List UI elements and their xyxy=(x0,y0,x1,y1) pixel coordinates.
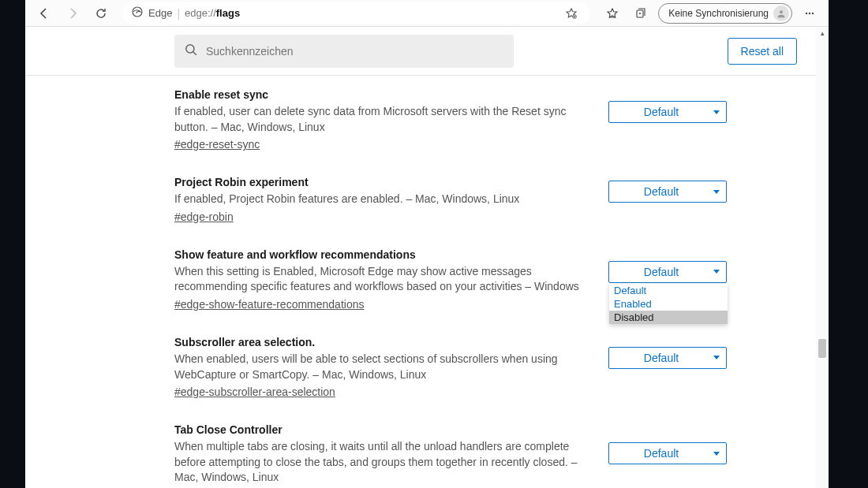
flag-title: Subscroller area selection. xyxy=(174,336,593,348)
vertical-scrollbar[interactable]: ▴ xyxy=(816,27,829,488)
browser-toolbar: Edge | edge://flags Keine Synchronisieru… xyxy=(25,0,829,27)
flag-row: Project Robin experiment If enabled, Pro… xyxy=(174,163,797,236)
flag-row: Show feature and workflow recommendation… xyxy=(174,236,797,323)
profile-avatar-icon xyxy=(773,6,789,21)
flag-text: Subscroller area selection. When enabled… xyxy=(174,336,593,398)
flag-anchor-link[interactable]: #edge-reset-sync xyxy=(174,138,260,151)
flag-text: Enable reset sync If enabled, user can d… xyxy=(174,88,593,151)
dropdown-option[interactable]: Disabled xyxy=(609,311,728,324)
flag-select[interactable]: Default xyxy=(608,181,727,203)
flags-content: Enable reset sync If enabled, user can d… xyxy=(25,76,829,488)
flag-select[interactable]: Default xyxy=(608,101,727,123)
scroll-up-button[interactable]: ▴ xyxy=(816,27,829,39)
browser-window: Edge | edge://flags Keine Synchronisieru… xyxy=(25,0,829,488)
svg-point-5 xyxy=(809,12,810,13)
dropdown-option[interactable]: Enabled xyxy=(609,297,728,311)
search-box[interactable] xyxy=(174,35,514,68)
sync-label: Keine Synchronisierung xyxy=(668,8,769,19)
flag-title: Show feature and workflow recommendation… xyxy=(174,248,593,261)
forward-button xyxy=(62,2,84,24)
reload-button[interactable] xyxy=(90,2,112,24)
search-input[interactable] xyxy=(206,45,504,58)
select-value: Default xyxy=(609,106,713,118)
flag-select-dropdown: Default Enabled Disabled xyxy=(609,284,728,324)
flag-desc: If enabled, Project Robin features are e… xyxy=(174,192,593,207)
flag-anchor-link[interactable]: #edge-subscroller-area-selection xyxy=(174,386,335,398)
flag-text: Project Robin experiment If enabled, Pro… xyxy=(174,176,593,223)
collections-button[interactable] xyxy=(630,2,652,24)
flag-text: Show feature and workflow recommendation… xyxy=(174,248,593,311)
flag-title: Enable reset sync xyxy=(174,88,593,101)
flag-row: Tab Close Controller When multiple tabs … xyxy=(174,411,797,488)
select-value: Default xyxy=(609,185,713,198)
more-button[interactable] xyxy=(799,2,821,24)
chevron-down-icon xyxy=(713,270,720,274)
flag-title: Tab Close Controller xyxy=(174,423,593,436)
svg-point-4 xyxy=(806,12,807,13)
flag-desc: If enabled, user can delete sync data fr… xyxy=(174,104,593,135)
flag-anchor-link[interactable]: #edge-robin xyxy=(174,210,234,223)
edge-logo-icon xyxy=(131,6,144,20)
svg-point-3 xyxy=(780,10,783,13)
flag-select[interactable]: Default Default Enabled Disabled xyxy=(608,261,727,283)
flag-row: Subscroller area selection. When enabled… xyxy=(174,323,797,411)
favorites-button[interactable] xyxy=(601,2,623,24)
address-bar[interactable]: Edge | edge://flags xyxy=(123,2,590,24)
select-value: Default xyxy=(609,447,713,460)
back-button[interactable] xyxy=(33,2,55,24)
svg-point-6 xyxy=(812,12,814,13)
flag-anchor-link[interactable]: #edge-show-feature-recommendations xyxy=(174,298,364,311)
scroll-thumb[interactable] xyxy=(818,339,826,358)
chevron-down-icon xyxy=(713,452,720,456)
flag-select[interactable]: Default xyxy=(608,347,727,369)
dropdown-option[interactable]: Default xyxy=(609,284,728,297)
flag-text: Tab Close Controller When multiple tabs … xyxy=(174,423,593,488)
select-value: Default xyxy=(609,266,713,278)
search-icon xyxy=(184,43,198,59)
select-value: Default xyxy=(609,352,713,364)
chevron-down-icon xyxy=(713,356,720,359)
flag-select[interactable]: Default xyxy=(608,442,727,464)
addr-browser-label: Edge xyxy=(148,7,172,19)
flag-title: Project Robin experiment xyxy=(174,176,593,188)
chevron-down-icon xyxy=(713,110,720,114)
add-favorite-button[interactable] xyxy=(560,2,582,24)
addr-url: edge://flags xyxy=(185,7,240,19)
flags-header: Reset all xyxy=(25,27,829,76)
addr-separator: | xyxy=(177,7,180,20)
svg-point-7 xyxy=(186,45,194,53)
flag-row: Enable reset sync If enabled, user can d… xyxy=(174,76,797,163)
flag-desc: When enabled, users will be able to sele… xyxy=(174,352,593,382)
flag-desc: When this setting is Enabled, Microsoft … xyxy=(174,264,593,295)
profile-sync-chip[interactable]: Keine Synchronisierung xyxy=(658,3,792,24)
reset-all-button[interactable]: Reset all xyxy=(728,38,797,65)
flag-desc: When multiple tabs are closing, it waits… xyxy=(174,439,593,486)
chevron-down-icon xyxy=(713,190,720,194)
